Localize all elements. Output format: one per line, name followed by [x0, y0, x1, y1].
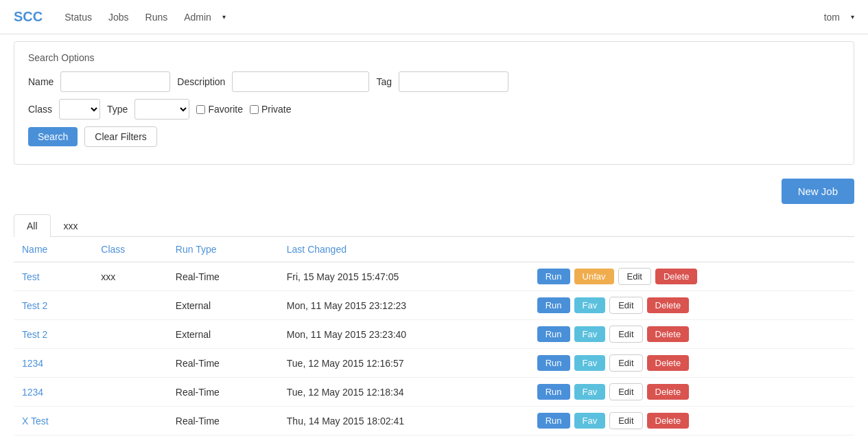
delete-button[interactable]: Delete	[647, 297, 690, 313]
job-name-cell: Test 2	[14, 320, 93, 349]
edit-button[interactable]: Edit	[609, 412, 642, 429]
nav-user-dropdown[interactable]: tom ▾	[816, 0, 854, 34]
search-row-1: Name Description Tag	[28, 71, 840, 92]
run-button[interactable]: Run	[537, 355, 570, 371]
tabs: All xxx	[14, 214, 854, 237]
fav-button[interactable]: Fav	[574, 384, 606, 400]
job-actions-cell: Run Fav Edit Delete	[529, 349, 854, 378]
job-last-changed-cell: Tue, 12 May 2015 12:16:57	[279, 349, 529, 378]
fav-button[interactable]: Fav	[574, 413, 606, 429]
nav-jobs[interactable]: Jobs	[100, 0, 137, 34]
nav-runs[interactable]: Runs	[137, 0, 176, 34]
run-button[interactable]: Run	[537, 326, 570, 342]
table-row: Test 2 External Mon, 11 May 2015 23:23:4…	[14, 320, 854, 349]
job-run-type-cell: Real-Time	[167, 349, 279, 378]
fav-button[interactable]: Fav	[574, 297, 606, 313]
job-actions-cell: Run Fav Edit Delete	[529, 320, 854, 349]
run-button[interactable]: Run	[537, 269, 570, 284]
job-class-cell	[93, 407, 167, 435]
brand-logo[interactable]: SCC	[14, 9, 43, 25]
job-run-type-cell: External	[167, 291, 279, 320]
run-button[interactable]: Run	[537, 297, 570, 313]
class-label: Class	[28, 104, 52, 115]
favorite-label: Favorite	[196, 104, 243, 115]
new-job-button[interactable]: New Job	[782, 179, 854, 204]
job-name-link[interactable]: 1234	[22, 358, 43, 369]
job-name-link[interactable]: Test 2	[22, 300, 47, 311]
edit-button[interactable]: Edit	[609, 383, 642, 400]
job-actions-cell: Run Unfav Edit Delete	[529, 262, 854, 291]
table-header: Name Class Run Type Last Changed	[14, 237, 854, 262]
nav-admin-label[interactable]: Admin	[176, 0, 220, 34]
delete-button[interactable]: Delete	[647, 384, 690, 400]
name-label: Name	[28, 76, 54, 87]
col-header-name: Name	[14, 237, 93, 262]
table-row: 1234 Real-Time Tue, 12 May 2015 12:18:34…	[14, 378, 854, 407]
fav-button[interactable]: Fav	[574, 355, 606, 371]
table-row: Test 2 External Mon, 11 May 2015 23:12:2…	[14, 291, 854, 320]
job-name-cell: X Test	[14, 407, 93, 435]
edit-button[interactable]: Edit	[609, 297, 642, 314]
nav-admin-dropdown[interactable]: Admin ▾	[176, 0, 226, 34]
job-actions-cell: Run Fav Edit Delete	[529, 291, 854, 320]
delete-button[interactable]: Delete	[655, 269, 698, 284]
job-actions-cell: Run Fav Edit Delete	[529, 378, 854, 407]
tag-label: Tag	[376, 76, 392, 87]
tab-all[interactable]: All	[14, 214, 51, 237]
job-name-cell: 1234	[14, 349, 93, 378]
job-name-cell: 1234	[14, 378, 93, 407]
type-select[interactable]	[134, 99, 189, 120]
delete-button[interactable]: Delete	[647, 326, 690, 342]
job-class-cell	[93, 349, 167, 378]
private-label: Private	[250, 104, 292, 115]
favorite-checkbox[interactable]	[196, 105, 205, 114]
job-last-changed-cell: Tue, 12 May 2015 12:18:34	[279, 378, 529, 407]
job-actions-cell: Run Fav Edit Delete	[529, 407, 854, 435]
search-button[interactable]: Search	[28, 127, 78, 146]
delete-button[interactable]: Delete	[647, 413, 690, 429]
edit-button[interactable]: Edit	[609, 326, 642, 343]
nav-status[interactable]: Status	[56, 0, 100, 34]
job-run-type-cell: External	[167, 320, 279, 349]
col-header-actions	[529, 237, 854, 262]
search-row-2: Class Type Favorite Private	[28, 99, 840, 120]
table-body: Test xxx Real-Time Fri, 15 May 2015 15:4…	[14, 262, 854, 435]
clear-filters-button[interactable]: Clear Filters	[84, 126, 156, 147]
job-class-cell: xxx	[93, 262, 167, 291]
job-name-link[interactable]: Test 2	[22, 329, 47, 340]
job-last-changed-cell: Mon, 11 May 2015 23:12:23	[279, 291, 529, 320]
name-input[interactable]	[60, 71, 170, 92]
nav-admin-arrow: ▾	[222, 13, 226, 21]
nav-user-arrow: ▾	[851, 13, 854, 21]
job-run-type-cell: Real-Time	[167, 378, 279, 407]
delete-button[interactable]: Delete	[647, 355, 690, 371]
navbar: SCC Status Jobs Runs Admin ▾ tom ▾	[0, 0, 868, 34]
new-job-row: New Job	[14, 179, 854, 204]
edit-button[interactable]: Edit	[618, 268, 651, 285]
col-header-last-changed: Last Changed	[279, 237, 529, 262]
job-name-link[interactable]: Test	[22, 271, 40, 282]
run-button[interactable]: Run	[537, 384, 570, 400]
job-name-link[interactable]: 1234	[22, 387, 43, 398]
job-class-cell	[93, 291, 167, 320]
run-button[interactable]: Run	[537, 413, 570, 429]
job-last-changed-cell: Thu, 14 May 2015 18:02:41	[279, 407, 529, 435]
search-buttons-row: Search Clear Filters	[28, 126, 840, 147]
description-input[interactable]	[232, 71, 369, 92]
tag-input[interactable]	[399, 71, 508, 92]
fav-button[interactable]: Fav	[574, 326, 606, 342]
job-name-cell: Test	[14, 262, 93, 291]
type-label: Type	[107, 104, 128, 115]
col-header-run-type: Run Type	[167, 237, 279, 262]
job-last-changed-cell: Mon, 11 May 2015 23:23:40	[279, 320, 529, 349]
nav-user-label[interactable]: tom	[816, 0, 848, 34]
job-run-type-cell: Real-Time	[167, 407, 279, 435]
edit-button[interactable]: Edit	[609, 354, 642, 372]
tab-xxx[interactable]: xxx	[51, 214, 91, 237]
class-select[interactable]	[59, 99, 100, 120]
job-run-type-cell: Real-Time	[167, 262, 279, 291]
private-checkbox[interactable]	[250, 105, 259, 114]
fav-button[interactable]: Unfav	[574, 269, 614, 284]
col-header-class: Class	[93, 237, 167, 262]
job-name-link[interactable]: X Test	[22, 416, 49, 427]
